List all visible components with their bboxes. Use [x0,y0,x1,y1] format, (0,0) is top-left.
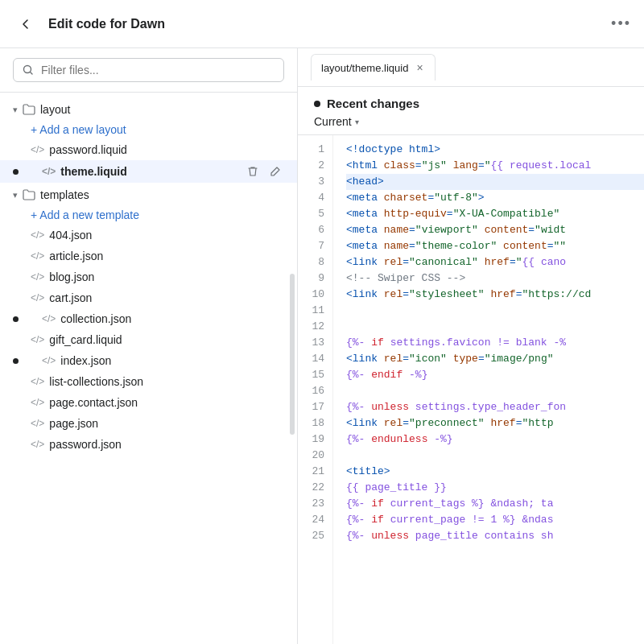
file-name: gift_card.liquid [49,333,122,346]
code-line-9: <!-- Swiper CSS --> [346,270,644,287]
main-layout: ▾ layout + Add a new layout </> password… [0,48,644,644]
code-content[interactable]: <!doctype html> <html class="js" lang="{… [333,135,644,644]
add-template-button[interactable]: + Add a new template [0,205,297,225]
delete-file-button[interactable] [244,164,262,179]
code-line-16 [346,383,644,399]
file-name: page.contact.json [49,396,138,409]
file-name: list-collections.json [49,375,143,388]
layout-folder[interactable]: ▾ layout [0,99,297,120]
file-password-liquid[interactable]: </> password.liquid [0,139,297,160]
file-password-json[interactable]: </> password.json [0,434,297,455]
code-line-8: <link rel="canonical" href="{{ cano [346,254,644,270]
file-index-json[interactable]: </> index.json [0,350,297,371]
filter-input[interactable] [41,64,275,76]
rc-title-label: Recent changes [327,97,419,110]
file-name: article.json [49,250,103,262]
templates-folder[interactable]: ▾ templates [0,184,297,205]
line-num-15: 15 [298,367,332,383]
line-num-3: 3 [298,174,332,190]
code-icon: </> [31,439,44,450]
file-name: password.json [49,438,122,451]
file-page-contact-json[interactable]: </> page.contact.json [0,392,297,413]
tab-label: layout/theme.liquid [321,62,408,74]
line-num-4: 4 [298,190,332,206]
code-icon: </> [42,355,56,366]
line-num-1: 1 [298,142,332,158]
code-icon: </> [31,271,44,283]
file-collection-json[interactable]: </> collection.json [0,308,297,329]
file-theme-liquid[interactable]: </> theme.liquid [0,160,297,183]
file-404-json[interactable]: </> 404.json [0,225,297,246]
code-line-20 [346,448,644,464]
line-num-21: 21 [298,464,332,480]
line-num-7: 7 [298,238,332,254]
line-num-16: 16 [298,383,332,399]
add-layout-button[interactable]: + Add a new layout [0,120,297,139]
page-title: Edit code for Dawn [48,17,601,31]
file-gift-card-liquid[interactable]: </> gift_card.liquid [0,329,297,350]
code-line-1: <!doctype html> [346,142,644,158]
file-name: password.liquid [49,143,127,156]
line-numbers: 1 2 3 4 5 6 7 8 9 10 11 12 13 14 15 16 1… [298,135,333,644]
editor-tab-theme-liquid[interactable]: layout/theme.liquid × [311,54,436,80]
file-name: index.json [60,354,111,367]
modified-dot [13,316,19,322]
tab-close-button[interactable]: × [415,61,424,74]
chevron-down-icon: ▾ [13,105,18,115]
code-line-2: <html class="js" lang="{{ request.local [346,158,644,174]
back-button[interactable] [13,11,39,37]
line-num-11: 11 [298,303,332,319]
code-icon: </> [31,418,44,429]
file-list-collections-json[interactable]: </> list-collections.json [0,371,297,392]
line-num-23: 23 [298,496,332,512]
line-num-6: 6 [298,222,332,238]
filter-input-wrap[interactable] [13,58,284,82]
current-version-select[interactable]: Current ▾ [314,115,628,128]
code-line-25: {%- unless page_title contains sh [346,528,644,544]
code-line-15: {%- endif -%} [346,367,644,383]
more-options-button[interactable]: ••• [611,15,631,32]
code-icon: </> [31,334,44,345]
code-icon: </> [31,144,44,155]
code-line-6: <meta name="viewport" content="widt [346,222,644,238]
code-line-4: <meta charset="utf-8"> [346,190,644,206]
code-line-19: {%- endunless -%} [346,431,644,448]
recent-changes-panel: Recent changes Current ▾ [298,87,644,135]
line-num-13: 13 [298,335,332,351]
templates-folder-label: templates [40,188,89,201]
line-num-18: 18 [298,415,332,431]
code-line-10: <link rel="stylesheet" href="https://cd [346,287,644,303]
modified-dot [13,358,19,364]
file-actions [244,164,284,179]
file-cart-json[interactable]: </> cart.json [0,287,297,308]
templates-section: ▾ templates + Add a new template </> 404… [0,184,297,455]
code-line-3: <head> [346,174,644,190]
line-num-5: 5 [298,206,332,222]
layout-section: ▾ layout + Add a new layout </> password… [0,99,297,183]
file-name: theme.liquid [60,165,126,178]
file-blog-json[interactable]: </> blog.json [0,266,297,287]
line-num-2: 2 [298,158,332,174]
file-article-json[interactable]: </> article.json [0,246,297,266]
add-layout-label: + Add a new layout [31,123,126,136]
scrollbar[interactable] [290,274,295,435]
file-page-json[interactable]: </> page.json [0,413,297,434]
code-icon: </> [31,229,44,241]
code-line-24: {%- if current_page != 1 %} &ndas [346,512,644,528]
topbar: Edit code for Dawn ••• [0,0,644,48]
edit-file-button[interactable] [266,164,284,179]
code-line-5: <meta http-equiv="X-UA-Compatible" [346,206,644,222]
file-name: collection.json [60,312,131,325]
code-line-14: <link rel="icon" type="image/png" [346,351,644,367]
recent-changes-title: Recent changes [314,97,628,110]
code-icon: </> [42,166,56,177]
editor-tabs: layout/theme.liquid × [298,48,644,87]
sidebar-tree: ▾ layout + Add a new layout </> password… [0,93,297,644]
code-line-21: <title> [346,464,644,480]
folder-icon [23,189,35,200]
line-num-17: 17 [298,399,332,415]
file-name: cart.json [49,291,92,304]
code-editor[interactable]: 1 2 3 4 5 6 7 8 9 10 11 12 13 14 15 16 1… [298,135,644,644]
file-name: blog.json [49,270,94,283]
code-icon: </> [31,376,44,387]
